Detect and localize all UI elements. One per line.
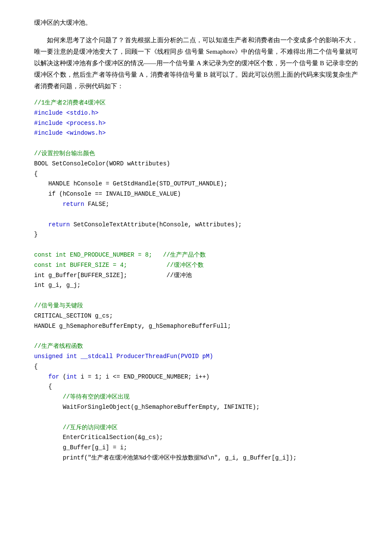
code-section: //1生产者2消费者4缓冲区 #include <stdio.h> #inclu… (34, 98, 358, 463)
code-line-22: { (34, 362, 358, 372)
code-line-8: HANDLE hConsole = GetStdHandle(STD_OUTPU… (34, 179, 358, 189)
code-line-28: EnterCriticalSection(&g_cs); (34, 433, 358, 443)
code-line-14: const int BUFFER_SIZE = 4; //缓冲区个数 (34, 260, 358, 271)
code-line-13: const int END_PRODUCE_NUMBER = 8; //生产产品… (34, 250, 358, 260)
code-blank-6 (34, 413, 358, 423)
code-line-29: g_Buffer[g_i] = i; (34, 443, 358, 453)
code-line-11: return SetConsoleTextAttribute(hConsole,… (34, 220, 358, 230)
code-line-23: for (int i = 1; i <= END_PRODUCE_NUMBER;… (34, 372, 358, 382)
code-blank-2 (34, 210, 358, 220)
code-line-25: //等待有空的缓冲区出现 (34, 392, 358, 402)
code-line-27: //互斥的访问缓冲区 (34, 423, 358, 433)
code-line-4: #include <windows.h> (34, 128, 358, 139)
code-blank-5 (34, 331, 358, 341)
paragraph-1: 缓冲区的大缓冲池。 (34, 17, 358, 29)
code-line-17: //信号量与关键段 (34, 301, 358, 311)
code-blank-4 (34, 291, 358, 301)
paragraph-1-text: 缓冲区的大缓冲池。 (34, 19, 92, 26)
code-line-19: HANDLE g_hSemaphoreBufferEmpty, g_hSemap… (34, 321, 358, 332)
code-line-1: //1生产者2消费者4缓冲区 (34, 98, 358, 108)
code-line-16: int g_i, g_j; (34, 280, 358, 291)
code-line-6: BOOL SetConsoleColor(WORD wAttributes) (34, 159, 358, 169)
code-line-10: return FALSE; (34, 199, 358, 210)
code-line-5: //设置控制台输出颜色 (34, 149, 358, 159)
code-line-30: printf("生产者在缓冲池第%d个缓冲区中投放数据%d\n", g_i, g… (34, 453, 358, 463)
code-line-18: CRITICAL_SECTION g_cs; (34, 311, 358, 321)
code-line-15: int g_Buffer[BUFFER_SIZE]; //缓冲池 (34, 271, 358, 281)
code-blank-3 (34, 240, 358, 250)
main-content: 缓冲区的大缓冲池。 如何来思考了这个问题了？首先根据上面分析的二点，可以知道生产… (34, 17, 358, 463)
paragraph-2: 如何来思考了这个问题了？首先根据上面分析的二点，可以知道生产者和消费者由一个变成… (34, 35, 358, 92)
code-line-9: if (hConsole == INVALID_HANDLE_VALUE) (34, 189, 358, 199)
code-line-12: } (34, 230, 358, 240)
code-line-2: #include <stdio.h> (34, 108, 358, 119)
code-line-20: //生产者线程函数 (34, 341, 358, 352)
code-blank-1 (34, 139, 358, 149)
paragraph-2-text: 如何来思考了这个问题了？首先根据上面分析的二点，可以知道生产者和消费者由一个变成… (34, 37, 358, 90)
code-line-26: WaitForSingleObject(g_hSemaphoreBufferEm… (34, 402, 358, 413)
code-line-24: { (34, 382, 358, 392)
code-line-7: { (34, 169, 358, 179)
code-line-21: unsigned int __stdcall ProducerThreadFun… (34, 352, 358, 362)
code-line-3: #include <process.h> (34, 119, 358, 129)
